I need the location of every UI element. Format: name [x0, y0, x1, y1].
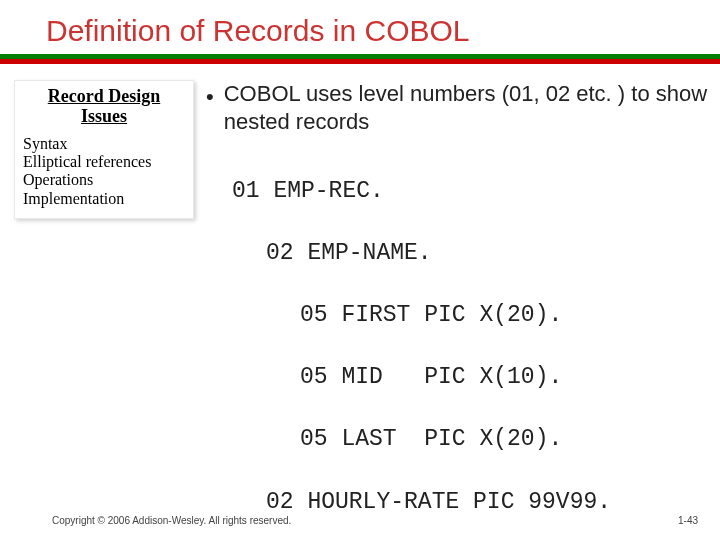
sidebar-item-operations: Operations [23, 171, 185, 189]
code-line-5: 05 LAST PIC X(20). [206, 424, 708, 455]
code-line-4: 05 MID PIC X(10). [206, 362, 708, 393]
slide-body: Record Design Issues Syntax Elliptical r… [0, 76, 720, 540]
code-line-3: 05 FIRST PIC X(20). [206, 300, 708, 331]
code-line-6: 02 HOURLY-RATE PIC 99V99. [206, 487, 708, 518]
sidebar-box: Record Design Issues Syntax Elliptical r… [14, 80, 194, 219]
bullet-text: COBOL uses level numbers (01, 02 etc. ) … [224, 80, 708, 135]
sidebar-heading: Record Design Issues [23, 87, 185, 127]
footer-page: 1-43 [678, 515, 698, 526]
sidebar-heading-line2: Issues [81, 106, 127, 126]
divider-red [0, 59, 720, 64]
content-area: • COBOL uses level numbers (01, 02 etc. … [206, 80, 720, 540]
code-line-1: 01 EMP-REC. [206, 176, 708, 207]
sidebar-item-implementation: Implementation [23, 190, 185, 208]
code-block: 01 EMP-REC. 02 EMP-NAME. 05 FIRST PIC X(… [206, 145, 708, 540]
title-divider [0, 54, 720, 76]
sidebar-item-syntax: Syntax [23, 135, 185, 153]
code-line-2: 02 EMP-NAME. [206, 238, 708, 269]
sidebar-item-elliptical-references: Elliptical references [23, 153, 185, 171]
slide: Definition of Records in COBOL Record De… [0, 0, 720, 540]
bullet-dot-icon: • [206, 86, 214, 108]
footer: Copyright © 2006 Addison-Wesley. All rig… [0, 515, 720, 526]
footer-copyright: Copyright © 2006 Addison-Wesley. All rig… [52, 515, 291, 526]
sidebar-heading-line1: Record Design [48, 86, 160, 106]
sidebar-list: Syntax Elliptical references Operations … [23, 135, 185, 209]
bullet-item: • COBOL uses level numbers (01, 02 etc. … [206, 80, 708, 135]
slide-title: Definition of Records in COBOL [0, 0, 720, 54]
